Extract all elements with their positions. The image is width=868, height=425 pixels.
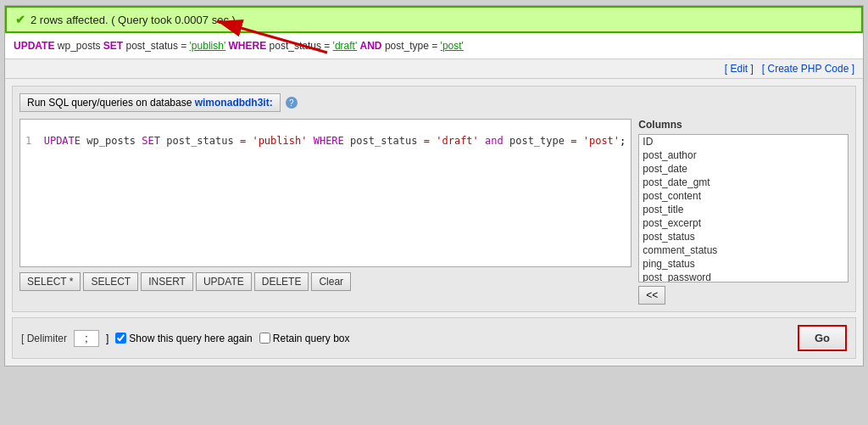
sql-col-post-type: post_type bbox=[385, 40, 429, 52]
main-container: ✔ 2 rows affected. ( Query took 0.0007 s… bbox=[4, 5, 864, 366]
bottom-bar: [ Delimiter ] Show this query here again… bbox=[12, 317, 856, 359]
column-item[interactable]: ID bbox=[639, 135, 848, 148]
update-button[interactable]: UPDATE bbox=[196, 272, 252, 291]
retain-query-checkbox[interactable] bbox=[259, 333, 270, 344]
delimiter-label: [ Delimiter bbox=[21, 333, 67, 344]
sql-column-post-status: post_status bbox=[126, 40, 181, 52]
sql-keyword-and: AND bbox=[360, 40, 385, 52]
retain-query-label[interactable]: Retain query box bbox=[259, 333, 350, 344]
go-button[interactable]: Go bbox=[798, 325, 847, 351]
columns-label: Columns bbox=[638, 119, 849, 131]
select-star-button[interactable]: SELECT * bbox=[19, 272, 81, 291]
sql-val-post: 'post' bbox=[441, 40, 464, 52]
checkmark-icon: ✔ bbox=[15, 13, 25, 26]
sql-display-area: UPDATE wp_posts SET post_status = 'publi… bbox=[5, 33, 863, 59]
sql-val-draft: 'draft' bbox=[333, 40, 358, 52]
column-item[interactable]: post_excerpt bbox=[639, 216, 848, 230]
edit-links-bar: [ Edit ] [ Create PHP Code ] bbox=[5, 59, 863, 79]
sql-keyword-set: SET bbox=[103, 40, 123, 52]
column-item[interactable]: post_author bbox=[639, 148, 848, 162]
delimiter-end: ] bbox=[106, 333, 108, 344]
column-item[interactable]: ping_status bbox=[639, 257, 848, 271]
columns-panel: Columns IDpost_authorpost_datepost_date_… bbox=[638, 119, 849, 305]
show-query-checkbox[interactable] bbox=[115, 333, 126, 344]
edit-link[interactable]: [ Edit ] bbox=[725, 63, 754, 75]
column-item[interactable]: post_title bbox=[639, 203, 848, 216]
success-message: 2 rows affected. ( Query took 0.0007 sec… bbox=[31, 14, 236, 26]
column-item[interactable]: post_date_gmt bbox=[639, 176, 848, 189]
column-item[interactable]: comment_status bbox=[639, 243, 848, 257]
select-button[interactable]: SELECT bbox=[83, 272, 138, 291]
column-item[interactable]: post_date bbox=[639, 162, 848, 176]
success-bar: ✔ 2 rows affected. ( Query took 0.0007 s… bbox=[5, 6, 863, 33]
query-panel-header: Run SQL query/queries on database wimona… bbox=[19, 93, 849, 112]
textarea-area: 1 UPDATE wp_posts SET post_status = 'pub… bbox=[19, 119, 632, 305]
show-query-label[interactable]: Show this query here again bbox=[115, 333, 252, 344]
create-php-link[interactable]: [ Create PHP Code ] bbox=[762, 63, 854, 75]
run-sql-button[interactable]: Run SQL query/queries on database wimona… bbox=[19, 93, 281, 112]
run-sql-label: Run SQL query/queries on database bbox=[27, 97, 192, 109]
sql-val-publish: 'publish' bbox=[190, 40, 226, 52]
sql-keyword-where: WHERE bbox=[229, 40, 270, 52]
sql-col-post-status-2: post_status bbox=[270, 40, 321, 52]
sql-button-row: SELECT * SELECT INSERT UPDATE DELETE Cle… bbox=[19, 272, 632, 291]
info-icon[interactable]: ? bbox=[286, 97, 298, 109]
clear-button[interactable]: Clear bbox=[311, 272, 351, 291]
sql-keyword-update: UPDATE bbox=[14, 40, 54, 52]
column-item[interactable]: post_password bbox=[639, 271, 848, 282]
bottom-left: [ Delimiter ] Show this query here again… bbox=[21, 330, 350, 347]
delimiter-input[interactable] bbox=[74, 330, 99, 347]
query-body: 1 UPDATE wp_posts SET post_status = 'pub… bbox=[19, 119, 849, 305]
sql-table-name: wp_posts bbox=[58, 40, 103, 52]
columns-list[interactable]: IDpost_authorpost_datepost_date_gmtpost_… bbox=[638, 134, 849, 282]
delete-button[interactable]: DELETE bbox=[254, 272, 309, 291]
column-item[interactable]: post_status bbox=[639, 230, 848, 243]
sql-textarea[interactable]: 1 UPDATE wp_posts SET post_status = 'pub… bbox=[19, 119, 632, 267]
column-item[interactable]: post_content bbox=[639, 189, 848, 203]
query-panel: Run SQL query/queries on database wimona… bbox=[12, 86, 856, 312]
insert-button[interactable]: INSERT bbox=[141, 272, 193, 291]
insert-column-button[interactable]: << bbox=[638, 286, 665, 305]
db-name-label: wimonadbdh3it: bbox=[195, 97, 273, 109]
